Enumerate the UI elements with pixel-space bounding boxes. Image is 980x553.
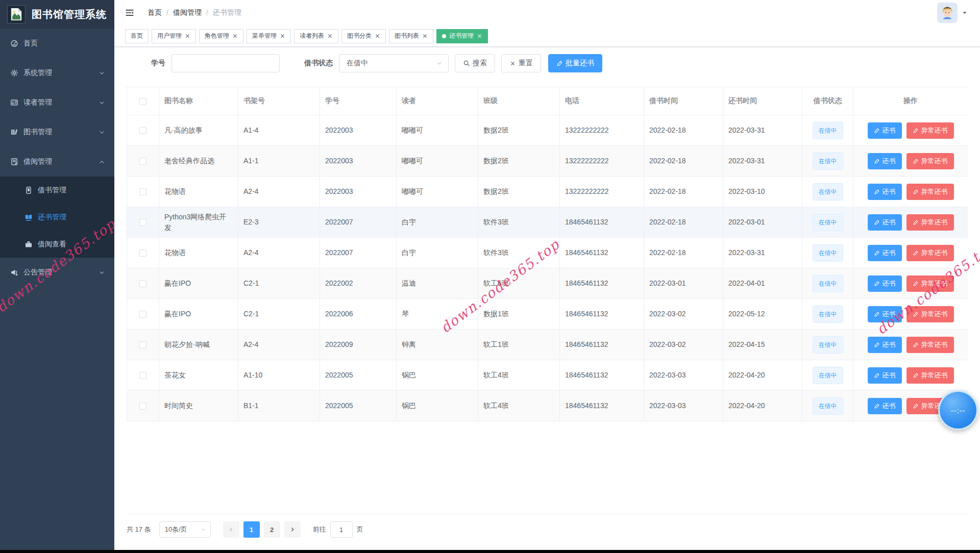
table-row: Python3网络爬虫开发E2-32022007白宇软件3班1846546113… — [127, 207, 968, 238]
sidebar-item-borrow-book[interactable]: 借书管理 — [0, 177, 114, 204]
close-icon[interactable] — [185, 33, 190, 39]
row-checkbox[interactable] — [139, 158, 146, 165]
abnormal-return-button[interactable]: 异常还书 — [906, 337, 954, 353]
cell-return-date: 2022-03-31 — [723, 115, 802, 146]
abnormal-return-button[interactable]: 异常还书 — [906, 153, 954, 169]
return-book-button[interactable]: 还书 — [868, 275, 902, 292]
abnormal-return-button[interactable]: 异常还书 — [906, 367, 954, 384]
sidebar-item-label: 图书管理 — [23, 128, 52, 137]
goto-page-input[interactable] — [330, 521, 353, 538]
tab-label: 菜单管理 — [252, 32, 277, 40]
return-book-button[interactable]: 还书 — [868, 122, 902, 139]
breadcrumb-borrow[interactable]: 借阅管理 — [173, 8, 202, 17]
prev-page-button[interactable] — [223, 521, 239, 538]
abnormal-return-button[interactable]: 异常还书 — [906, 122, 954, 139]
return-book-button[interactable]: 还书 — [868, 153, 902, 169]
close-icon[interactable] — [280, 33, 285, 39]
cell-status: 在借中 — [802, 360, 853, 391]
sidebar-item-return-book[interactable]: 还书管理 — [0, 204, 114, 231]
id-card-icon — [10, 98, 23, 107]
hamburger-icon[interactable] — [125, 8, 134, 17]
row-checkbox[interactable] — [139, 219, 146, 226]
row-checkbox[interactable] — [139, 341, 146, 348]
abnormal-return-button[interactable]: 异常还书 — [906, 306, 954, 322]
page-size-select[interactable]: 10条/页 — [159, 521, 211, 538]
student-id-input[interactable] — [172, 54, 280, 72]
floating-ball-widget[interactable]: --:-- — [938, 390, 978, 430]
breadcrumb-home[interactable]: 首页 — [148, 8, 162, 17]
sidebar-item-notice[interactable]: 公告管理 — [0, 258, 114, 287]
sidebar-item-reader[interactable]: 读者管理 — [0, 88, 114, 117]
reset-button[interactable]: 重置 — [501, 54, 541, 72]
caret-down-icon[interactable] — [962, 10, 968, 16]
return-book-button[interactable]: 还书 — [868, 214, 902, 231]
table-row: 花物语A2-42022007白宇软件3班184654611322022-02-1… — [127, 238, 968, 268]
return-book-button-label: 还书 — [883, 279, 896, 288]
row-checkbox[interactable] — [139, 280, 146, 287]
sidebar-item-home[interactable]: 首页 — [0, 29, 114, 58]
edit-pen-icon — [913, 128, 919, 134]
status-badge: 在借中 — [813, 306, 843, 323]
table-row: 老舍经典作品选A1-12022003嘟嘟可数据2班132222222222022… — [127, 146, 968, 177]
tab-home[interactable]: 首页 — [125, 29, 149, 43]
page-button-2[interactable]: 2 — [264, 521, 280, 538]
return-book-button[interactable]: 还书 — [868, 337, 902, 353]
abnormal-return-button[interactable]: 异常还书 — [906, 214, 954, 231]
search-button[interactable]: 搜索 — [455, 54, 495, 72]
cell-reader: 锅巴 — [397, 391, 478, 421]
app-logo: 图书馆管理系统 — [0, 0, 114, 29]
abnormal-return-button[interactable]: 异常还书 — [906, 275, 954, 292]
row-checkbox[interactable] — [139, 249, 146, 257]
return-book-button[interactable]: 还书 — [868, 398, 902, 414]
row-checkbox[interactable] — [139, 127, 146, 134]
sidebar-item-borrow[interactable]: 借阅管理 — [0, 147, 114, 177]
next-page-button[interactable] — [284, 521, 301, 538]
tab-user[interactable]: 用户管理 — [152, 29, 196, 43]
row-checkbox[interactable] — [139, 372, 146, 379]
row-checkbox[interactable] — [139, 403, 146, 410]
cell-student-id: 2022003 — [320, 177, 397, 207]
cell-student-id: 2022003 — [320, 146, 397, 177]
action-buttons: 还书异常还书 — [855, 153, 966, 169]
sidebar-item-system[interactable]: 系统管理 — [0, 58, 114, 88]
select-all-checkbox[interactable] — [139, 98, 146, 105]
tab-book-list[interactable]: 图书列表 — [389, 29, 433, 43]
tab-return-book[interactable]: 还书管理 — [436, 29, 488, 43]
sidebar-item-borrow-view[interactable]: 借阅查看 — [0, 231, 114, 258]
return-book-button[interactable]: 还书 — [868, 306, 902, 322]
close-icon[interactable] — [375, 33, 380, 39]
row-checkbox[interactable] — [139, 188, 146, 195]
chevron-down-icon — [436, 60, 443, 67]
row-checkbox[interactable] — [139, 311, 146, 318]
return-book-button[interactable]: 还书 — [868, 245, 902, 261]
tab-role[interactable]: 角色管理 — [199, 29, 243, 43]
close-icon[interactable] — [477, 33, 482, 39]
return-book-button[interactable]: 还书 — [868, 184, 902, 200]
close-icon[interactable] — [422, 33, 428, 39]
page-button-1[interactable]: 1 — [243, 521, 260, 538]
table-row: 赢在IPOC2-12022002温迪软工6班184654611322022-03… — [127, 268, 968, 299]
chevron-down-icon — [99, 129, 105, 136]
batch-return-button[interactable]: 批量还书 — [548, 54, 602, 72]
tab-menu[interactable]: 菜单管理 — [247, 29, 291, 43]
abnormal-return-button[interactable]: 异常还书 — [906, 184, 954, 200]
cell-shelf: A1-10 — [238, 360, 320, 391]
filter-row: 学号 借书状态 在借中 搜索 重置 批量还书 — [127, 54, 968, 72]
cell-actions: 还书异常还书 — [853, 177, 968, 207]
close-icon[interactable] — [232, 33, 238, 39]
abnormal-return-button[interactable]: 异常还书 — [906, 245, 954, 261]
user-avatar[interactable] — [937, 3, 958, 23]
return-book-button[interactable]: 还书 — [868, 367, 902, 384]
cell-reader: 嘟嘟可 — [397, 177, 478, 207]
tab-book-category[interactable]: 图书分类 — [341, 29, 386, 43]
cell-actions: 还书异常还书 — [853, 268, 968, 299]
column-header-borrow-date: 借书时间 — [644, 87, 723, 115]
tab-reader-list[interactable]: 读者列表 — [294, 29, 338, 43]
return-book-button-label: 还书 — [883, 401, 896, 411]
sidebar-submenu-borrow: 借书管理还书管理借阅查看 — [0, 177, 114, 258]
status-select[interactable]: 在借中 — [339, 54, 449, 72]
app-title: 图书馆管理系统 — [32, 8, 107, 21]
status-badge: 在借中 — [813, 214, 843, 231]
sidebar-item-book[interactable]: 图书管理 — [0, 117, 114, 147]
close-icon[interactable] — [327, 33, 333, 39]
